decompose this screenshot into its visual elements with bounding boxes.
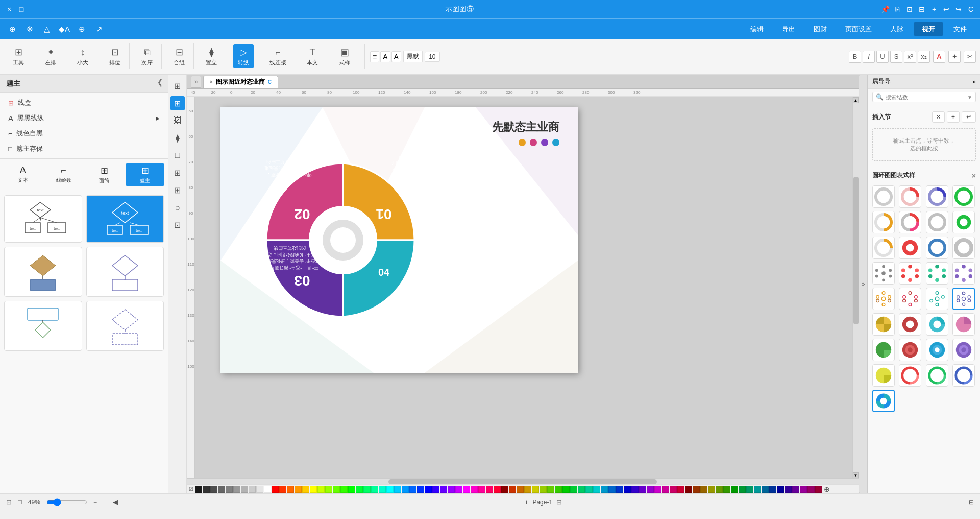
order-button[interactable]: ⧉ 次序 (137, 45, 157, 68)
vscroll-down-button[interactable]: ▼ (853, 472, 859, 478)
right-sidebar-collapse-button[interactable]: » (859, 75, 868, 493)
template-item[interactable] (926, 339, 948, 361)
search-input[interactable] (886, 94, 967, 100)
palette-swatch[interactable] (203, 486, 210, 493)
template-item[interactable] (952, 211, 975, 233)
pin-button[interactable]: 📌 (881, 5, 889, 13)
template-item[interactable] (899, 288, 921, 310)
navigate-prev-button[interactable]: ◀ (113, 498, 118, 506)
template-item[interactable] (872, 211, 895, 233)
template-item[interactable] (926, 237, 948, 259)
palette-swatch[interactable] (340, 486, 348, 493)
palette-swatch[interactable] (700, 486, 707, 493)
palette-swatch[interactable] (517, 486, 524, 493)
palette-swatch[interactable] (448, 486, 455, 493)
palette-swatch[interactable] (379, 486, 386, 493)
minimize-button[interactable]: — (30, 5, 38, 13)
palette-swatch[interactable] (608, 486, 616, 493)
panel-icon-resize[interactable]: ⊡ (170, 218, 185, 232)
palette-swatch[interactable] (524, 486, 531, 493)
palette-swatch[interactable] (371, 486, 378, 493)
template-item[interactable] (952, 339, 975, 361)
layers-button[interactable]: ⧫ 置立 (201, 44, 222, 68)
palette-swatch[interactable] (547, 486, 554, 493)
palette-swatch[interactable] (494, 486, 501, 493)
add-page-button[interactable]: + (525, 498, 529, 506)
palette-swatch[interactable] (310, 486, 317, 493)
palette-swatch[interactable] (432, 486, 439, 493)
template-item[interactable] (952, 185, 975, 208)
vscroll-up-button[interactable]: ▲ (853, 97, 859, 103)
sidebar-collapse-icon[interactable]: 《 (154, 78, 162, 89)
palette-swatch[interactable] (662, 486, 669, 493)
template-item[interactable] (899, 313, 921, 336)
palette-swatch[interactable] (287, 486, 294, 493)
palette-swatch[interactable] (716, 486, 723, 493)
palette-swatch[interactable] (363, 486, 371, 493)
palette-swatch[interactable] (800, 486, 807, 493)
menu-item-edit[interactable]: 编辑 (742, 22, 772, 36)
tab-close-icon[interactable]: × (210, 79, 213, 85)
category-linecolor[interactable]: ⌐ 线色自黑 (4, 127, 164, 140)
palette-swatch[interactable] (272, 486, 279, 493)
menu-text-icon[interactable]: ◆A (57, 22, 71, 36)
palette-swatch[interactable] (792, 486, 799, 493)
subscript-button[interactable]: x₂ (918, 51, 930, 63)
palette-swatch[interactable] (218, 486, 225, 493)
palette-swatch[interactable] (654, 486, 662, 493)
tab-expand-icon[interactable]: » (191, 76, 201, 88)
template-item[interactable] (926, 288, 948, 310)
tool-button[interactable]: ⊞ 工具 (8, 44, 29, 68)
palette-swatch[interactable] (394, 486, 401, 493)
palette-swatch[interactable] (555, 486, 562, 493)
palette-swatch[interactable] (256, 486, 263, 493)
menu-connect-icon[interactable]: ⊕ (75, 22, 89, 36)
template-item[interactable] (926, 185, 948, 208)
template-item[interactable] (872, 262, 895, 285)
palette-swatch[interactable] (762, 486, 769, 493)
template-item[interactable] (872, 313, 895, 336)
palette-swatch[interactable] (785, 486, 792, 493)
template-item[interactable] (952, 288, 975, 310)
navigate-button[interactable]: ▷ 转纵 (233, 44, 254, 68)
arrange-button[interactable]: ✦ 左排 (40, 44, 61, 68)
canvas-viewport[interactable]: 先默态主业商 (195, 97, 859, 478)
canvas-tab-active[interactable]: × 图示图近对态业商 C (203, 76, 278, 88)
palette-swatch[interactable] (210, 486, 217, 493)
palette-swatch[interactable] (677, 486, 684, 493)
palette-swatch[interactable] (440, 486, 447, 493)
palette-swatch[interactable] (708, 486, 715, 493)
font-name-display[interactable]: 黑默 (407, 52, 419, 61)
palette-swatch[interactable] (325, 486, 332, 493)
palette-swatch[interactable] (570, 486, 577, 493)
undo-button[interactable]: ↩ (942, 5, 950, 13)
palette-swatch[interactable] (317, 486, 325, 493)
close-button[interactable]: × (5, 5, 13, 13)
insert-enter-button[interactable]: ↵ (962, 111, 976, 123)
menu-home-icon[interactable]: ⊕ (5, 22, 19, 36)
palette-swatch[interactable] (302, 486, 309, 493)
palette-swatch[interactable] (455, 486, 462, 493)
zoom-plus-button[interactable]: + (103, 499, 107, 506)
palette-swatch[interactable] (639, 486, 646, 493)
palette-swatch[interactable] (777, 486, 784, 493)
template-item[interactable] (926, 211, 948, 233)
palette-swatch[interactable] (739, 486, 746, 493)
template-item[interactable] (899, 262, 921, 285)
palette-swatch[interactable] (471, 486, 478, 493)
text-button[interactable]: T 本文 (302, 45, 323, 68)
bold-button[interactable]: B (849, 51, 861, 63)
style-button[interactable]: ▣ 式样 (334, 44, 355, 68)
shape-card-5[interactable] (4, 301, 82, 351)
right-header-expand-icon[interactable]: » (972, 78, 976, 85)
menu-item-export[interactable]: 导出 (774, 22, 803, 36)
palette-swatch[interactable] (241, 486, 248, 493)
italic-button[interactable]: I (863, 51, 875, 63)
palette-swatch[interactable] (670, 486, 677, 493)
template-item[interactable] (899, 211, 921, 233)
panel-icon-active[interactable]: ⊞ (170, 96, 185, 110)
page-settings-button[interactable]: ⊟ (556, 498, 562, 506)
template-item[interactable] (872, 237, 895, 259)
vscroll-thumb[interactable] (853, 177, 859, 324)
palette-swatch[interactable] (540, 486, 547, 493)
